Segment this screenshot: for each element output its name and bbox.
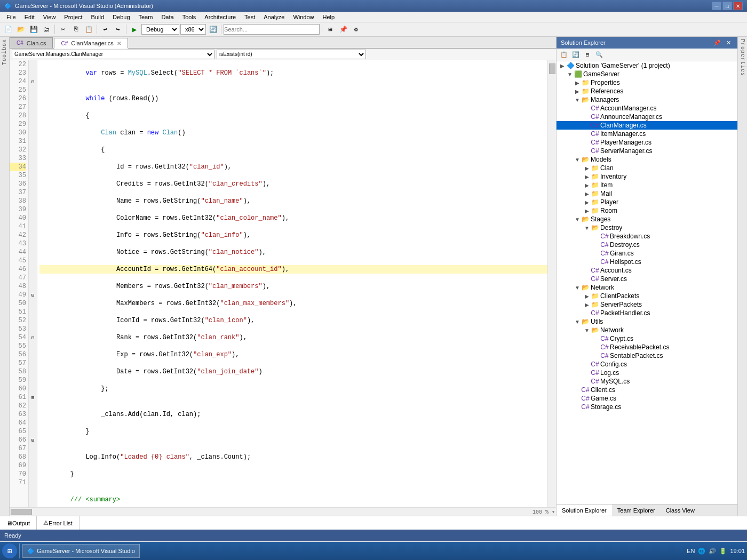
tree-storage[interactable]: ▶ C# Storage.cs <box>557 403 737 411</box>
menu-view[interactable]: View <box>39 13 60 21</box>
horizontal-scrollbar[interactable]: 100 % ▾ <box>10 507 556 516</box>
utils-arrow[interactable]: ▼ <box>574 319 581 325</box>
tree-clan-folder[interactable]: ▶ 📁 Clan <box>557 164 737 172</box>
close-button[interactable]: ✕ <box>733 2 743 10</box>
menu-edit[interactable]: Edit <box>20 13 39 21</box>
tree-receivablepacket[interactable]: ▶ C# ReceivablePacket.cs <box>557 343 737 351</box>
menu-test[interactable]: Test <box>240 13 259 21</box>
tree-utils-network[interactable]: ▼ 📂 Network <box>557 326 737 334</box>
method-selector[interactable]: isExists(int id) <box>217 50 366 59</box>
se-title-controls[interactable]: 📌 ✕ <box>711 39 733 46</box>
tree-packethandler[interactable]: ▶ C# PacketHandler.cs <box>557 309 737 317</box>
class-selector[interactable]: GameServer.Managers.ClanManager <box>12 50 214 59</box>
pin-btn[interactable]: 📌 <box>337 23 349 35</box>
se-filter-btn[interactable]: 🔍 <box>594 50 605 60</box>
tree-log[interactable]: ▶ C# Log.cs <box>557 369 737 377</box>
fold-62[interactable]: ⊟ <box>29 393 37 402</box>
start-button[interactable]: ⊞ <box>2 543 17 558</box>
solution-arrow[interactable]: ▶ <box>559 63 566 69</box>
redo-btn[interactable]: ↪ <box>112 23 124 35</box>
tree-network-folder[interactable]: ▼ 📂 Network <box>557 283 737 292</box>
code-scroll-area[interactable]: ⊟ <box>29 60 547 507</box>
tree-utils[interactable]: ▼ 📂 Utils <box>557 317 737 326</box>
menu-team[interactable]: Team <box>134 13 157 21</box>
fold-67[interactable]: ⊟ <box>29 436 37 444</box>
room-arrow[interactable]: ▶ <box>583 208 591 214</box>
tree-mail[interactable]: ▶ 📁 Mail <box>557 189 737 198</box>
cut-btn[interactable]: ✂ <box>57 23 69 35</box>
scrollbar-thumb[interactable] <box>549 63 555 74</box>
tree-item-folder[interactable]: ▶ 📁 Item <box>557 181 737 189</box>
clientpackets-arrow[interactable]: ▶ <box>583 293 591 299</box>
tree-crypt[interactable]: ▶ C# Crypt.cs <box>557 334 737 343</box>
tree-inventory[interactable]: ▶ 📁 Inventory <box>557 172 737 181</box>
se-properties-btn[interactable]: 📋 <box>559 50 569 60</box>
item-arrow[interactable]: ▶ <box>583 182 591 188</box>
tree-player[interactable]: ▶ 📁 Player <box>557 198 737 206</box>
se-collapse-btn[interactable]: ⊟ <box>582 50 593 60</box>
tree-clientpackets[interactable]: ▶ 📁 ClientPackets <box>557 292 737 300</box>
player-arrow[interactable]: ▶ <box>583 199 591 205</box>
network-arrow[interactable]: ▼ <box>574 285 581 291</box>
tree-config[interactable]: ▶ C# Config.cs <box>557 360 737 369</box>
tree-destroy[interactable]: ▼ 📂 Destroy <box>557 223 737 232</box>
maximize-button[interactable]: □ <box>722 2 732 10</box>
menu-window[interactable]: Window <box>289 13 318 21</box>
fold-22[interactable] <box>29 60 37 69</box>
tree-game[interactable]: ▶ C# Game.cs <box>557 394 737 403</box>
tree-giran[interactable]: ▶ C# Giran.cs <box>557 249 737 258</box>
references-arrow[interactable]: ▶ <box>574 89 581 94</box>
menu-data[interactable]: Data <box>157 13 178 21</box>
stages-arrow[interactable]: ▼ <box>574 217 581 222</box>
tree-destroy-cs[interactable]: ▶ C# Destroy.cs <box>557 241 737 249</box>
se-close-btn[interactable]: ✕ <box>724 39 733 46</box>
platform-dropdown[interactable]: x86 x64 <box>180 24 206 35</box>
menu-help[interactable]: Help <box>319 13 339 21</box>
window-controls[interactable]: ─ □ ✕ <box>712 2 743 10</box>
menu-architecture[interactable]: Architecture <box>200 13 240 21</box>
properties-arrow[interactable]: ▶ <box>574 80 581 86</box>
tree-itemmanager[interactable]: ▶ C# ItemManager.cs <box>557 130 737 138</box>
menu-project[interactable]: Project <box>60 13 86 21</box>
tree-clanmanager[interactable]: ▶ C# ClanManager.cs <box>557 121 737 130</box>
tree-references[interactable]: ▶ 📁 References <box>557 87 737 95</box>
fold-24[interactable]: ⊟ <box>29 77 37 86</box>
tree-mysql[interactable]: ▶ C# MySQL.cs <box>557 377 737 386</box>
tab-clanmanager-cs[interactable]: C# ClanManager.cs ✕ <box>54 38 128 49</box>
output-tab[interactable]: 🖥 Output <box>0 516 37 530</box>
layout-btn[interactable]: ⊞ <box>324 23 336 35</box>
serverpackets-arrow[interactable]: ▶ <box>583 302 591 308</box>
tree-playermanager[interactable]: ▶ C# PlayerManager.cs <box>557 138 737 147</box>
refresh-btn[interactable]: 🔄 <box>207 23 219 35</box>
start-btn[interactable]: ▶ <box>129 23 140 35</box>
copy-btn[interactable]: ⎘ <box>70 23 82 35</box>
tree-client[interactable]: ▶ C# Client.cs <box>557 386 737 394</box>
tree-servermanager[interactable]: ▶ C# ServerManager.cs <box>557 147 737 155</box>
se-tab-team-explorer[interactable]: Team Explorer <box>612 505 661 516</box>
error-list-tab[interactable]: ⚠ Error List <box>37 516 80 530</box>
se-tab-solution-explorer[interactable]: Solution Explorer <box>557 505 612 516</box>
tree-sentablepacket[interactable]: ▶ C# SentablePacket.cs <box>557 351 737 360</box>
managers-arrow[interactable]: ▼ <box>574 97 581 103</box>
tree-breakdown[interactable]: ▶ C# Breakdown.cs <box>557 232 737 241</box>
tree-announcemanager[interactable]: ▶ C# AnnounceManager.cs <box>557 113 737 121</box>
vertical-scrollbar[interactable] <box>547 60 556 507</box>
tree-room[interactable]: ▶ 📁 Room <box>557 206 737 215</box>
tree-solution[interactable]: ▶ 🔷 Solution 'GameServer' (1 project) <box>557 61 737 70</box>
undo-btn[interactable]: ↩ <box>99 23 111 35</box>
fold-54[interactable]: ⊟ <box>29 333 37 342</box>
tree-properties[interactable]: ▶ 📁 Properties <box>557 78 737 87</box>
debug-config-dropdown[interactable]: Debug Release <box>141 24 179 35</box>
tree-helispot[interactable]: ▶ C# Helispot.cs <box>557 258 737 266</box>
tree-server-cs[interactable]: ▶ C# Server.cs <box>557 275 737 283</box>
search-input[interactable] <box>224 24 320 35</box>
menu-build[interactable]: Build <box>87 13 108 21</box>
save-all-btn[interactable]: 🗂 <box>41 23 52 35</box>
gameserver-arrow[interactable]: ▼ <box>566 71 574 77</box>
settings-btn[interactable]: ⚙ <box>350 23 362 35</box>
tree-accountmanager[interactable]: ▶ C# AccountManager.cs <box>557 104 737 113</box>
taskbar-item-vs[interactable]: 🔷 GameServer - Microsoft Visual Studio <box>22 544 140 558</box>
tab-clan-cs[interactable]: C# Clan.cs <box>10 37 53 48</box>
destroy-arrow[interactable]: ▼ <box>583 225 591 231</box>
menu-debug[interactable]: Debug <box>108 13 134 21</box>
